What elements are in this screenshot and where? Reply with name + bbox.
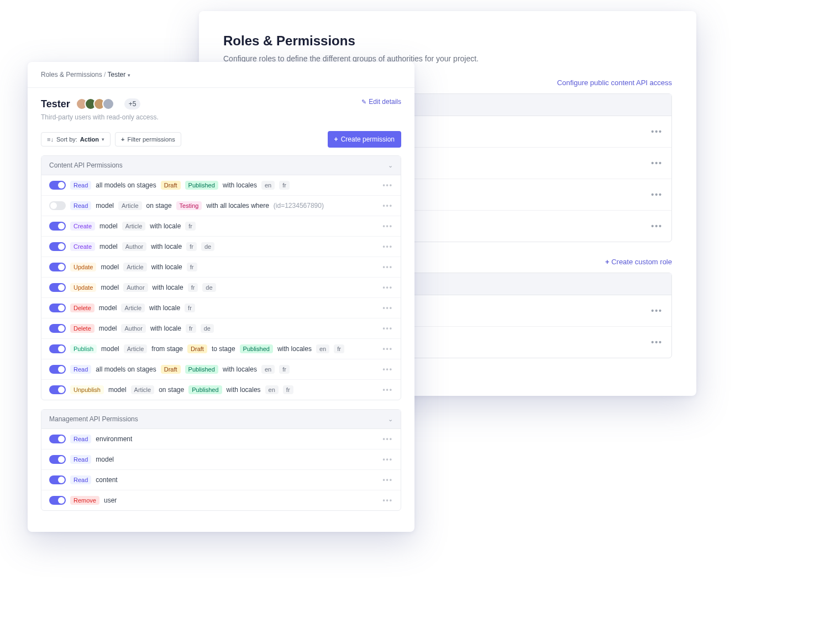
stage-pill: Published — [185, 365, 218, 374]
stage-pill: Published — [240, 344, 273, 353]
row-actions-button[interactable]: ••• — [382, 222, 393, 230]
row-actions-button[interactable]: ••• — [382, 243, 393, 250]
permission-text: with locales — [277, 345, 312, 353]
locale-pill: fr — [187, 263, 197, 271]
row-actions-button[interactable]: ••• — [382, 476, 393, 484]
locale-pill: en — [261, 365, 275, 374]
stage-pill: Draft — [161, 365, 181, 374]
page-title: Roles & Permissions — [223, 33, 672, 49]
pencil-icon: ✎ — [361, 98, 366, 106]
locale-pill: de — [201, 242, 214, 251]
breadcrumb-root[interactable]: Roles & Permissions — [41, 71, 102, 79]
toggle-switch[interactable] — [49, 475, 66, 484]
action-pill: Update — [70, 283, 96, 292]
toggle-switch[interactable] — [49, 222, 66, 231]
row-actions-button[interactable]: ••• — [651, 190, 663, 199]
toggle-switch[interactable] — [49, 385, 66, 394]
action-pill: Unpublish — [70, 385, 104, 394]
action-pill: Read — [70, 365, 91, 374]
row-actions-button[interactable]: ••• — [382, 496, 393, 504]
row-actions-button[interactable]: ••• — [382, 284, 393, 291]
locale-pill: en — [316, 344, 329, 353]
row-actions-button[interactable]: ••• — [382, 181, 393, 189]
permission-text: model — [101, 284, 119, 291]
permission-text: model — [101, 263, 119, 271]
action-pill: Delete — [70, 304, 95, 312]
permission-row: ReadmodelArticleon stageTestingwith all … — [41, 196, 401, 216]
locale-pill: en — [265, 385, 279, 394]
filter-permissions-button[interactable]: + Filter permissions — [115, 132, 181, 147]
permission-row: UnpublishmodelArticleon stagePublishedwi… — [41, 380, 401, 400]
row-actions-button[interactable]: ••• — [382, 345, 393, 353]
model-pill: Author — [123, 283, 148, 292]
toggle-switch[interactable] — [49, 324, 66, 333]
section-title: Content API Permissions — [49, 161, 123, 169]
permission-text: model — [108, 386, 127, 394]
stage-pill: Testing — [176, 201, 202, 210]
row-actions-button[interactable]: ••• — [651, 159, 663, 168]
edit-details-button[interactable]: ✎ Edit details — [361, 98, 401, 106]
model-pill: Article — [123, 263, 147, 271]
chevron-down-icon: ⌄ — [388, 416, 393, 423]
toggle-switch[interactable] — [49, 283, 66, 292]
toggle-switch[interactable] — [49, 435, 66, 443]
toggle-switch[interactable] — [49, 263, 66, 271]
permissions-section: Management API Permissions⌄Readenvironme… — [41, 409, 401, 511]
locale-pill: fr — [188, 283, 198, 292]
toggle-switch[interactable] — [49, 201, 66, 210]
locale-pill: en — [261, 181, 275, 190]
locale-pill: fr — [279, 365, 290, 374]
toggle-switch[interactable] — [49, 455, 66, 464]
section-title: Management API Permissions — [49, 415, 138, 423]
permission-text: with locales — [223, 181, 257, 189]
toggle-switch[interactable] — [49, 496, 66, 505]
model-pill: Author — [122, 242, 146, 251]
row-actions-button[interactable]: ••• — [382, 435, 393, 443]
chevron-down-icon[interactable]: ▾ — [128, 72, 130, 78]
permission-text: environment — [96, 435, 132, 443]
permission-text: model — [99, 243, 118, 250]
toggle-switch[interactable] — [49, 344, 66, 353]
locale-pill: fr — [186, 324, 196, 333]
permission-row: UpdatemodelAuthorwith localefrde••• — [41, 278, 401, 298]
action-pill: Publish — [70, 344, 97, 353]
row-actions-button[interactable]: ••• — [382, 304, 393, 312]
permission-text: model — [99, 304, 117, 312]
row-actions-button[interactable]: ••• — [651, 306, 663, 315]
model-pill: Article — [122, 222, 146, 231]
permission-row: Removeuser••• — [41, 490, 401, 510]
toggle-switch[interactable] — [49, 242, 66, 251]
toggle-switch[interactable] — [49, 304, 66, 312]
permission-row: Readcontent••• — [41, 470, 401, 490]
role-members-more[interactable]: +5 — [124, 98, 141, 109]
section-header[interactable]: Management API Permissions⌄ — [41, 410, 401, 429]
stage-pill: Published — [185, 181, 218, 190]
model-pill: Article — [121, 304, 145, 312]
action-pill: Create — [70, 242, 95, 251]
locale-pill: fr — [283, 385, 293, 394]
toggle-switch[interactable] — [49, 181, 66, 190]
row-actions-button[interactable]: ••• — [651, 222, 663, 231]
section-header[interactable]: Content API Permissions⌄ — [41, 156, 401, 175]
row-actions-button[interactable]: ••• — [382, 365, 393, 373]
row-actions-button[interactable]: ••• — [651, 127, 663, 136]
permission-text: with locales — [223, 365, 257, 373]
permissions-section: Content API Permissions⌄Readall models o… — [41, 155, 401, 400]
permission-text: to stage — [212, 345, 235, 353]
create-permission-button[interactable]: + Create permission — [328, 131, 401, 148]
row-actions-button[interactable]: ••• — [651, 338, 663, 347]
permission-row: CreatemodelAuthorwith localefrde••• — [41, 237, 401, 257]
permission-text: on stage — [159, 386, 184, 394]
toggle-switch[interactable] — [49, 365, 66, 374]
row-actions-button[interactable]: ••• — [382, 263, 393, 271]
row-actions-button[interactable]: ••• — [382, 386, 393, 394]
action-pill: Read — [70, 201, 91, 210]
plus-icon: + — [334, 135, 338, 143]
row-actions-button[interactable]: ••• — [382, 325, 393, 332]
permission-row: DeletemodelAuthorwith localefrde••• — [41, 318, 401, 339]
row-actions-button[interactable]: ••• — [382, 456, 393, 463]
row-actions-button[interactable]: ••• — [382, 202, 393, 210]
sort-by-button[interactable]: ≡↓ Sort by: Action ▾ — [41, 132, 111, 147]
permission-text: all models on stages — [96, 181, 156, 189]
permission-text: from stage — [151, 345, 183, 353]
